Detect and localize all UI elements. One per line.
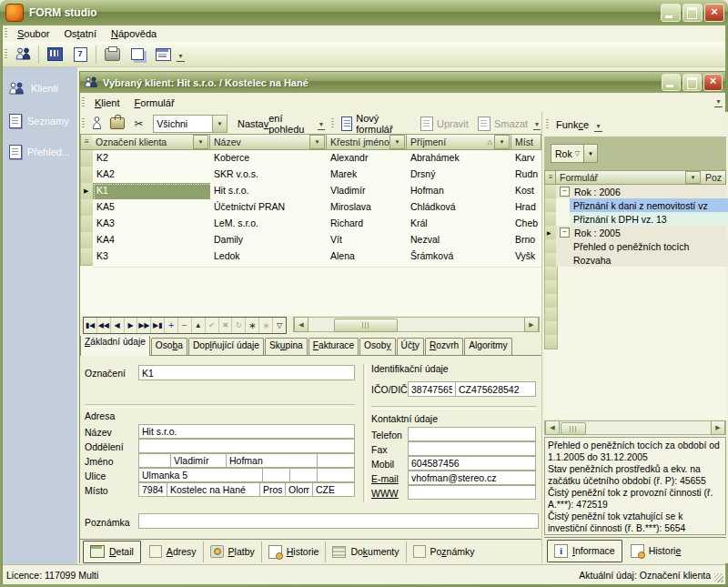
tree-item-selected[interactable]: Přiznání k dani z nemovitostí vz xyxy=(570,198,728,212)
scrollbar-thumb[interactable] xyxy=(561,422,586,435)
tree-item[interactable]: Přehled o peněžních tocích xyxy=(556,239,728,253)
scrollbar-thumb[interactable] xyxy=(334,319,398,332)
client-person-button[interactable] xyxy=(87,112,107,136)
nav-next-page-button[interactable]: ▶▶ xyxy=(137,318,151,333)
filter-combobox[interactable]: Všichni xyxy=(153,115,228,133)
column-header-formular[interactable]: Formulář xyxy=(556,170,703,185)
nav-refresh-button[interactable]: ↻ xyxy=(232,318,246,333)
close-button[interactable]: × xyxy=(704,4,724,22)
nav-insert-button[interactable]: + xyxy=(165,318,178,333)
menu-formular[interactable]: Formulář xyxy=(127,96,182,110)
tab-adresy[interactable]: Adresy xyxy=(143,541,204,562)
stat-input[interactable] xyxy=(312,482,355,497)
tree-group-2006[interactable]: Rok : 2006 xyxy=(556,185,726,198)
jmeno-prijmeni-input[interactable] xyxy=(226,453,318,468)
jmeno-titul2-input[interactable] xyxy=(317,453,355,468)
nav-post-button[interactable]: ✔ xyxy=(206,318,219,333)
ulice-extra-input[interactable] xyxy=(317,468,355,482)
nav-search2-button[interactable]: ∗ xyxy=(259,318,273,333)
tab-poznamky[interactable]: Poznámky xyxy=(407,541,481,562)
menu-klient[interactable]: Klient xyxy=(87,96,127,110)
column-header-poznamka[interactable]: Poz xyxy=(702,170,726,185)
toolbar-options-chevron[interactable] xyxy=(317,118,326,135)
menu-options-chevron[interactable] xyxy=(713,96,723,112)
telefon-input[interactable] xyxy=(408,427,536,441)
forms-horizontal-scrollbar[interactable]: ◀ ▶ xyxy=(544,420,726,435)
nav-filter-button[interactable]: ▽ xyxy=(273,318,286,333)
column-header-krestni-jmeno[interactable]: Křestní jméno xyxy=(327,134,407,150)
nav-next-button[interactable]: ▶ xyxy=(125,318,138,333)
column-dropdown-icon[interactable] xyxy=(494,135,510,149)
ulice-cislo2-input[interactable] xyxy=(289,468,318,482)
client-lock-button[interactable] xyxy=(106,112,127,136)
tab-dokumenty[interactable]: Dokumenty xyxy=(326,541,406,562)
okres-input[interactable] xyxy=(259,482,286,497)
nazev-input[interactable] xyxy=(138,424,355,439)
sidebar-item-seznamy[interactable]: Seznamy xyxy=(3,111,77,131)
nav-prior-page-button[interactable]: ◀◀ xyxy=(97,318,111,333)
chevron-down-icon[interactable]: ▼ xyxy=(584,144,598,163)
www-link-label[interactable]: WWW xyxy=(371,488,399,499)
title-bar[interactable]: FORM studio × xyxy=(0,0,728,25)
group-chip-rok[interactable]: Rok▽ ▼ xyxy=(551,144,598,163)
nav-search-button[interactable]: ∗ xyxy=(246,318,259,333)
chevron-down-icon[interactable] xyxy=(212,116,227,132)
client-cut-button[interactable]: ✂ xyxy=(128,112,149,136)
toolbar-options-chevron[interactable] xyxy=(176,50,186,66)
toolbar-grip[interactable] xyxy=(5,49,7,60)
view-settings-button[interactable]: Nastavení pohledu xyxy=(233,113,317,134)
fax-input[interactable] xyxy=(408,441,536,456)
tab-zakladni-udaje[interactable]: Základní údaje xyxy=(80,336,150,356)
nav-cancel-button[interactable]: ✖ xyxy=(219,318,233,333)
jmeno-krestni-input[interactable] xyxy=(170,453,227,468)
toolbar-options-chevron[interactable] xyxy=(593,120,603,137)
nav-delete-button[interactable]: − xyxy=(178,318,192,333)
scroll-left-icon[interactable]: ◀ xyxy=(294,317,308,332)
menu-ostatni[interactable]: Ostatní xyxy=(56,26,103,41)
forms-grid-corner[interactable]: ≡ xyxy=(544,170,556,185)
sidebar-item-klienti[interactable]: Klienti xyxy=(3,78,77,98)
delete-form-button[interactable]: Smazat xyxy=(473,113,532,134)
calendar-button[interactable]: 7 xyxy=(67,43,93,66)
oznaceni-input[interactable] xyxy=(138,365,355,380)
column-dropdown-icon[interactable] xyxy=(193,135,208,149)
ulice-cislo-input[interactable] xyxy=(262,468,290,482)
column-header-misto[interactable]: Míst xyxy=(511,134,541,150)
maximize-button[interactable] xyxy=(682,4,703,22)
client-window-title-bar[interactable]: Vybraný klient: Hit s.r.o. / Kostelec na… xyxy=(80,72,725,93)
toolbar-grip[interactable] xyxy=(331,118,334,129)
tab-rozvrh[interactable]: Rozvrh xyxy=(425,338,463,356)
kraj-input[interactable] xyxy=(285,482,313,497)
copy-button[interactable] xyxy=(125,43,150,66)
nav-edit-button[interactable]: ▲ xyxy=(192,318,206,333)
menu-soubor[interactable]: Soubor xyxy=(10,26,56,41)
oddeleni-input[interactable] xyxy=(138,439,355,453)
poznamka-input[interactable] xyxy=(138,513,539,529)
scroll-right-icon[interactable]: ▶ xyxy=(711,420,725,435)
www-input[interactable] xyxy=(408,485,536,500)
column-dropdown-icon[interactable] xyxy=(389,135,405,149)
mesto-input[interactable] xyxy=(167,482,260,497)
nav-prior-button[interactable]: ◀ xyxy=(111,318,125,333)
tab-historie[interactable]: Historie xyxy=(262,541,327,562)
column-header-prijmeni[interactable]: Příjmení△ xyxy=(407,134,511,150)
grid-cell[interactable]: K3 xyxy=(93,248,215,268)
grid-cell[interactable]: Šrámková xyxy=(407,248,516,268)
tree-group-2005[interactable]: Rok : 2005 xyxy=(556,226,726,239)
nav-first-button[interactable]: ▮◀ xyxy=(84,318,97,333)
tab-info-historie[interactable]: Historie xyxy=(624,541,688,562)
tab-skupina[interactable]: Skupina xyxy=(265,338,308,356)
tab-informace[interactable]: iInformace xyxy=(547,540,622,562)
new-form-button[interactable]: Nový formulář xyxy=(337,113,416,134)
tab-algoritmy[interactable]: Algoritmy xyxy=(464,338,511,356)
edit-form-button[interactable]: Upravit xyxy=(416,113,473,134)
toolbar-grip[interactable] xyxy=(82,97,85,108)
collapse-icon[interactable] xyxy=(560,228,570,238)
client-minimize-button[interactable] xyxy=(662,74,681,91)
email-input[interactable] xyxy=(408,471,536,485)
toolbar-grip[interactable] xyxy=(5,28,7,39)
email-link-label[interactable]: E-mail xyxy=(371,473,399,484)
jmeno-titul-input[interactable] xyxy=(138,453,171,468)
psc-input[interactable] xyxy=(138,482,167,497)
client-close-button[interactable]: × xyxy=(703,74,723,91)
